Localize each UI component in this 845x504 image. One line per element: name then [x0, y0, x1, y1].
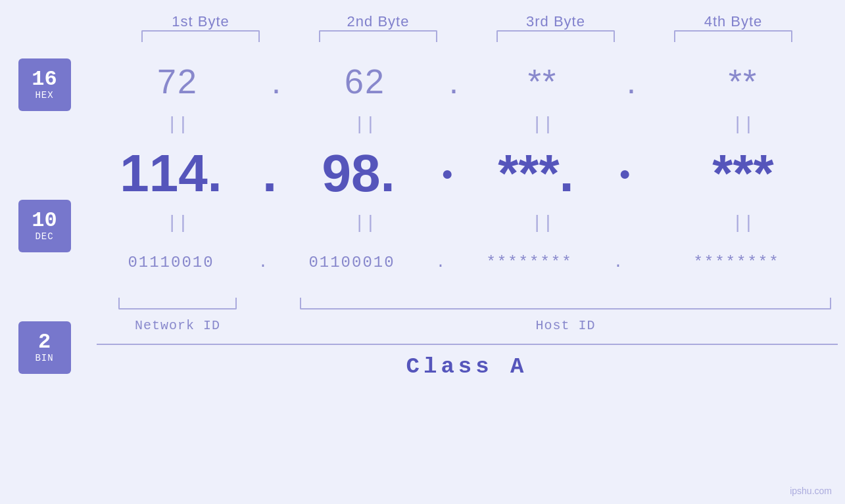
hex-val-4: ** — [641, 62, 845, 101]
top-brackets — [0, 30, 845, 42]
class-label: Class A — [406, 354, 528, 379]
hex-label: HEX — [35, 90, 53, 101]
eq-dec-4: || — [641, 213, 845, 233]
host-id-label: Host ID — [286, 318, 845, 333]
bracket-4 — [644, 30, 822, 42]
bracket-2 — [289, 30, 467, 42]
byte-4-header: 4th Byte — [644, 13, 822, 30]
dec-val-1: 114. — [89, 143, 253, 204]
hex-dot-2: . — [444, 62, 464, 101]
host-bottom-bracket — [286, 298, 845, 309]
dec-dot-3: ● — [608, 162, 641, 185]
byte-headers: 1st Byte 2nd Byte 3rd Byte 4th Byte — [0, 13, 845, 30]
hex-val-1: 72 — [89, 62, 266, 101]
bin-val-2: 01100010 — [273, 254, 431, 271]
byte-3-header: 3rd Byte — [467, 13, 644, 30]
class-divider — [97, 344, 838, 345]
bracket-4-shape — [674, 30, 792, 42]
eq-hex-2: || — [286, 114, 444, 135]
bin-number: 2 — [38, 332, 51, 353]
hex-val-3: ** — [464, 62, 621, 101]
main-container: 1st Byte 2nd Byte 3rd Byte 4th Byte 16 H… — [0, 0, 845, 504]
host-bracket-shape — [300, 298, 831, 309]
dec-val-2: 98. — [286, 143, 431, 204]
bin-dot-2: . — [431, 254, 450, 271]
dec-dot-2: ● — [431, 162, 464, 185]
all-rows: 72 . 62 . ** . ** — [89, 52, 845, 504]
class-section: Class A — [89, 344, 845, 379]
eq-hex-1: || — [89, 114, 266, 135]
network-bracket-shape — [118, 298, 237, 309]
bin-val-1: 01110010 — [89, 254, 253, 271]
eq-dec-3: || — [464, 213, 621, 233]
bracket-2-shape — [319, 30, 437, 42]
dec-number: 10 — [32, 210, 57, 231]
hex-row: 72 . 62 . ** . ** — [89, 52, 845, 111]
bracket-3-shape — [496, 30, 615, 42]
hex-dot-1: . — [266, 62, 286, 101]
eq-dec-1: || — [89, 213, 266, 233]
bin-dot-1: . — [253, 254, 273, 271]
sep-row-2: || || || || — [89, 210, 845, 236]
dec-val-4: *** — [641, 143, 845, 204]
hex-dot-3: . — [621, 62, 641, 101]
dec-val-3: ***. — [464, 143, 608, 204]
hex-val-2: 62 — [286, 62, 444, 101]
bottom-brackets — [89, 291, 845, 309]
dec-dot-1: . — [253, 143, 286, 204]
bottom-labels: Network ID Host ID — [89, 312, 845, 338]
byte-2-header: 2nd Byte — [289, 13, 467, 30]
bin-dot-3: . — [608, 254, 628, 271]
network-id-label: Network ID — [89, 318, 266, 333]
bin-row: 01110010 . 01100010 . ******** . — [89, 236, 845, 288]
bracket-3 — [467, 30, 644, 42]
hex-badge: 16 HEX — [18, 58, 71, 111]
bracket-1-shape — [141, 30, 260, 42]
rows-wrapper: 16 HEX 10 DEC 2 BIN 72 . — [0, 52, 845, 504]
eq-dec-2: || — [286, 213, 444, 233]
dec-label: DEC — [35, 231, 53, 242]
bin-badge: 2 BIN — [18, 321, 71, 374]
bin-val-3: ******** — [450, 254, 608, 271]
hex-number: 16 — [32, 69, 57, 90]
dec-badge: 10 DEC — [18, 200, 71, 252]
network-bottom-bracket — [89, 298, 266, 309]
bracket-1 — [112, 30, 289, 42]
sep-row-1: || || || || — [89, 111, 845, 137]
eq-hex-3: || — [464, 114, 621, 135]
byte-1-header: 1st Byte — [112, 13, 289, 30]
eq-hex-4: || — [641, 114, 845, 135]
dec-row: 114. . 98. ● ***. ● *** — [89, 137, 845, 210]
labels-col: 16 HEX 10 DEC 2 BIN — [0, 52, 89, 504]
bin-val-4: ******** — [628, 254, 845, 271]
watermark: ipshu.com — [790, 486, 832, 496]
bin-label: BIN — [35, 353, 53, 363]
